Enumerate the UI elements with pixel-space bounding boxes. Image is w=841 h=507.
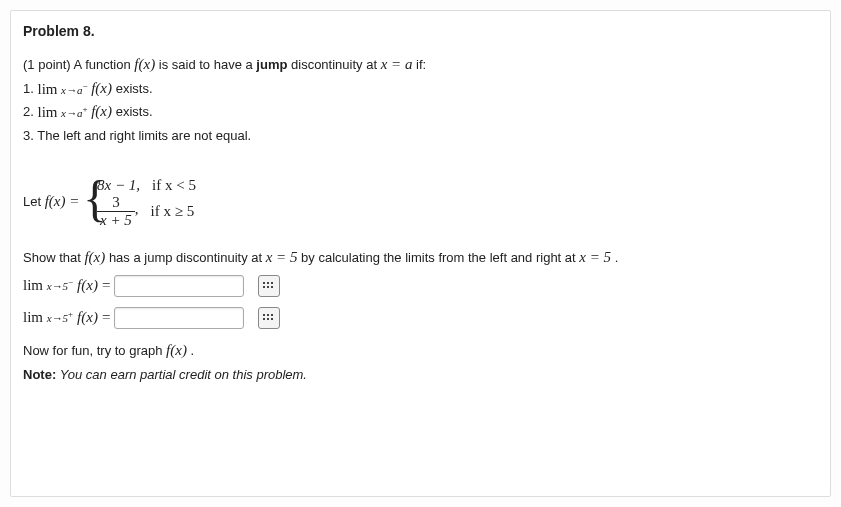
intro-line: (1 point) A function f(x) is said to hav… [23,53,818,76]
note-line: Note: You can earn partial credit on thi… [23,365,818,385]
lim-sub-text: x→a [61,107,82,119]
pw2-cond: if x ≥ 5 [151,203,195,220]
condition-2: 2. lim x→a+ f(x) exists. [23,103,818,120]
cond2-tail: exists. [116,104,153,119]
problem-panel: Problem 8. (1 point) A function f(x) is … [10,10,831,497]
lim-sup: + [83,104,88,114]
fx-eq: f(x) = [45,193,80,209]
lim-sub: x→5+ [47,312,73,324]
fun-1: Now for fun, try to graph [23,343,166,358]
intro-2: is said to have a [159,57,257,72]
cond3-num: 3. [23,128,34,143]
keypad-icon [263,314,275,322]
cond1-lim: lim x→a− [37,82,87,97]
show-xeq5-b: x = 5 [579,249,611,265]
cond2-num: 2. [23,104,34,119]
piecewise-row-1: 8x − 1, if x < 5 [97,177,196,194]
keypad-button-2[interactable] [258,307,280,329]
show-fx: f(x) [84,249,105,265]
ans2-lim: lim x→5+ [23,310,73,325]
lim-sub-text: x→5 [47,312,68,324]
condition-3: 3. The left and right limits are not equ… [23,126,818,146]
fx-symbol: f(x) [134,56,155,72]
lim-label: lim [23,277,43,293]
intro-4: if: [416,57,426,72]
pw2-comma: , [135,202,139,218]
lim-sup: − [68,277,73,287]
cond2-lim: lim x→a+ [37,105,87,120]
lim-label: lim [37,81,57,97]
lim-label: lim [23,309,43,325]
lim-sub: x→5− [47,280,73,292]
ans1-eq: = [102,277,110,294]
show-xeq5-a: x = 5 [266,249,298,265]
note-label: Note: [23,367,56,382]
jump-word: jump [256,57,287,72]
limit-left-input[interactable] [114,275,244,297]
condition-1: 1. lim x→a− f(x) exists. [23,80,818,97]
left-brace-icon: { [83,173,107,232]
note-text: You can earn partial credit on this prob… [60,367,307,382]
lim-label: lim [37,104,57,120]
answer-row-2: lim x→5+ f(x) = [23,307,818,329]
show-that-line: Show that f(x) has a jump discontinuity … [23,246,818,269]
pw1-cond: if x < 5 [152,177,196,194]
intro-1: A function [74,57,135,72]
piecewise-row-2: 3 x + 5 , if x ≥ 5 [97,194,196,228]
problem-title: Problem 8. [23,23,818,39]
ans2-fx: f(x) [77,309,98,326]
fun-fx: f(x) [166,342,187,358]
cond1-num: 1. [23,81,34,96]
lim-sup: + [68,309,73,319]
ans1-fx: f(x) [77,277,98,294]
ans1-lim: lim x→5− [23,278,73,293]
show-4: . [615,250,619,265]
cond3-text: The left and right limits are not equal. [37,128,251,143]
show-2: has a jump discontinuity at [109,250,266,265]
show-3: by calculating the limits from the left … [301,250,579,265]
cond2-fx: f(x) [91,103,112,119]
x-eq-a: x = a [381,56,413,72]
graph-fun-line: Now for fun, try to graph f(x) . [23,339,818,362]
lim-sub-text: x→5 [47,280,68,292]
lim-sub-text: x→a [61,84,82,96]
lim-sub: x→a+ [61,107,87,119]
limit-right-input[interactable] [114,307,244,329]
piecewise-definition: Let f(x) = { 8x − 1, if x < 5 3 x + 5 , … [23,163,818,242]
show-1: Show that [23,250,84,265]
ans2-eq: = [102,309,110,326]
keypad-icon [263,282,275,290]
let-label: Let [23,194,45,209]
intro-3: discontinuity at [291,57,381,72]
lim-sub: x→a− [61,84,87,96]
piecewise-brace: { 8x − 1, if x < 5 3 x + 5 , if x ≥ 5 [83,177,196,228]
points-prefix: (1 point) [23,57,74,72]
cond1-tail: exists. [116,81,153,96]
fun-2: . [191,343,195,358]
keypad-button-1[interactable] [258,275,280,297]
lim-sup: − [83,81,88,91]
answer-row-1: lim x→5− f(x) = [23,275,818,297]
cond1-fx: f(x) [91,80,112,96]
